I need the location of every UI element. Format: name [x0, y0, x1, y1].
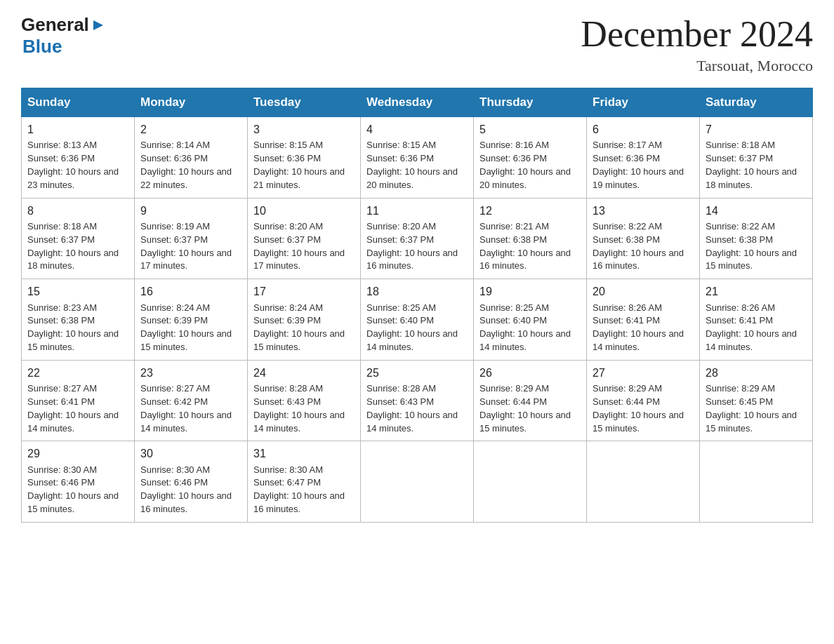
day-info: Sunrise: 8:22 AMSunset: 6:38 PMDaylight:… [706, 221, 797, 271]
day-number: 3 [253, 121, 355, 137]
day-info: Sunrise: 8:25 AMSunset: 6:40 PMDaylight:… [479, 302, 571, 353]
day-info: Sunrise: 8:17 AMSunset: 6:36 PMDaylight:… [593, 140, 684, 190]
calendar-cell: 26 Sunrise: 8:29 AMSunset: 6:44 PMDaylig… [474, 360, 587, 441]
day-number: 25 [366, 365, 468, 381]
calendar-cell: 16 Sunrise: 8:24 AMSunset: 6:39 PMDaylig… [135, 279, 248, 361]
calendar-week-row: 22 Sunrise: 8:27 AMSunset: 6:41 PMDaylig… [22, 360, 813, 441]
calendar-title: December 2024 [581, 14, 813, 54]
day-number: 6 [593, 121, 694, 137]
day-info: Sunrise: 8:15 AMSunset: 6:36 PMDaylight:… [253, 140, 345, 190]
day-info: Sunrise: 8:26 AMSunset: 6:41 PMDaylight:… [706, 302, 797, 353]
calendar-table: SundayMondayTuesdayWednesdayThursdayFrid… [21, 88, 813, 523]
day-number: 23 [140, 365, 241, 381]
page-header: General Blue December 2024 Tarsouat, Mor… [21, 14, 813, 75]
calendar-cell: 11 Sunrise: 8:20 AMSunset: 6:37 PMDaylig… [361, 198, 474, 279]
calendar-cell: 14 Sunrise: 8:22 AMSunset: 6:38 PMDaylig… [700, 198, 813, 279]
day-info: Sunrise: 8:20 AMSunset: 6:37 PMDaylight:… [253, 221, 345, 271]
calendar-cell: 1 Sunrise: 8:13 AMSunset: 6:36 PMDayligh… [22, 117, 135, 199]
calendar-cell: 4 Sunrise: 8:15 AMSunset: 6:36 PMDayligh… [361, 117, 474, 199]
calendar-cell: 27 Sunrise: 8:29 AMSunset: 6:44 PMDaylig… [587, 360, 700, 441]
calendar-week-row: 1 Sunrise: 8:13 AMSunset: 6:36 PMDayligh… [22, 117, 813, 199]
day-number: 7 [706, 121, 807, 137]
calendar-cell: 3 Sunrise: 8:15 AMSunset: 6:36 PMDayligh… [248, 117, 361, 199]
day-number: 22 [27, 365, 128, 381]
day-number: 9 [140, 203, 241, 219]
day-number: 15 [27, 283, 128, 300]
calendar-cell [587, 441, 700, 523]
day-number: 28 [706, 365, 807, 381]
day-info: Sunrise: 8:25 AMSunset: 6:40 PMDaylight:… [366, 302, 458, 353]
day-info: Sunrise: 8:21 AMSunset: 6:38 PMDaylight:… [479, 221, 571, 271]
weekday-header-friday: Friday [587, 88, 700, 117]
calendar-cell: 17 Sunrise: 8:24 AMSunset: 6:39 PMDaylig… [248, 279, 361, 361]
calendar-cell: 9 Sunrise: 8:19 AMSunset: 6:37 PMDayligh… [135, 198, 248, 279]
day-info: Sunrise: 8:30 AMSunset: 6:46 PMDaylight:… [27, 464, 119, 515]
title-block: December 2024 Tarsouat, Morocco [581, 14, 813, 75]
weekday-header-tuesday: Tuesday [248, 88, 361, 117]
calendar-header-row: SundayMondayTuesdayWednesdayThursdayFrid… [22, 88, 813, 117]
day-number: 12 [479, 203, 581, 219]
logo-arrow-icon [91, 18, 106, 33]
day-info: Sunrise: 8:28 AMSunset: 6:43 PMDaylight:… [253, 383, 345, 434]
day-number: 31 [253, 445, 355, 462]
day-info: Sunrise: 8:22 AMSunset: 6:38 PMDaylight:… [593, 221, 684, 271]
calendar-cell: 25 Sunrise: 8:28 AMSunset: 6:43 PMDaylig… [361, 360, 474, 441]
calendar-week-row: 8 Sunrise: 8:18 AMSunset: 6:37 PMDayligh… [22, 198, 813, 279]
weekday-header-thursday: Thursday [474, 88, 587, 117]
calendar-week-row: 15 Sunrise: 8:23 AMSunset: 6:38 PMDaylig… [22, 279, 813, 361]
day-info: Sunrise: 8:18 AMSunset: 6:37 PMDaylight:… [706, 140, 797, 190]
calendar-week-row: 29 Sunrise: 8:30 AMSunset: 6:46 PMDaylig… [22, 441, 813, 523]
calendar-cell [361, 441, 474, 523]
weekday-header-wednesday: Wednesday [361, 88, 474, 117]
calendar-cell: 29 Sunrise: 8:30 AMSunset: 6:46 PMDaylig… [22, 441, 135, 523]
logo-general-text: General [21, 14, 89, 36]
calendar-cell: 6 Sunrise: 8:17 AMSunset: 6:36 PMDayligh… [587, 117, 700, 199]
day-number: 14 [706, 203, 807, 219]
day-info: Sunrise: 8:18 AMSunset: 6:37 PMDaylight:… [27, 221, 119, 271]
calendar-cell: 30 Sunrise: 8:30 AMSunset: 6:46 PMDaylig… [135, 441, 248, 523]
calendar-cell: 5 Sunrise: 8:16 AMSunset: 6:36 PMDayligh… [474, 117, 587, 199]
calendar-cell: 21 Sunrise: 8:26 AMSunset: 6:41 PMDaylig… [700, 279, 813, 361]
day-number: 2 [140, 121, 241, 137]
day-number: 8 [27, 203, 128, 219]
day-number: 18 [366, 283, 468, 300]
day-number: 19 [479, 283, 581, 300]
calendar-cell: 19 Sunrise: 8:25 AMSunset: 6:40 PMDaylig… [474, 279, 587, 361]
calendar-cell: 10 Sunrise: 8:20 AMSunset: 6:37 PMDaylig… [248, 198, 361, 279]
logo: General Blue [21, 14, 106, 58]
day-info: Sunrise: 8:15 AMSunset: 6:36 PMDaylight:… [366, 140, 458, 190]
calendar-cell [700, 441, 813, 523]
calendar-cell: 8 Sunrise: 8:18 AMSunset: 6:37 PMDayligh… [22, 198, 135, 279]
day-info: Sunrise: 8:24 AMSunset: 6:39 PMDaylight:… [140, 302, 232, 353]
day-info: Sunrise: 8:28 AMSunset: 6:43 PMDaylight:… [366, 383, 458, 434]
day-info: Sunrise: 8:20 AMSunset: 6:37 PMDaylight:… [366, 221, 458, 271]
day-number: 29 [27, 445, 128, 462]
day-info: Sunrise: 8:26 AMSunset: 6:41 PMDaylight:… [593, 302, 684, 353]
calendar-cell: 31 Sunrise: 8:30 AMSunset: 6:47 PMDaylig… [248, 441, 361, 523]
day-number: 27 [593, 365, 694, 381]
day-number: 1 [27, 121, 128, 137]
day-number: 5 [479, 121, 581, 137]
day-info: Sunrise: 8:27 AMSunset: 6:41 PMDaylight:… [27, 383, 119, 434]
day-number: 13 [593, 203, 694, 219]
weekday-header-sunday: Sunday [22, 88, 135, 117]
calendar-cell: 28 Sunrise: 8:29 AMSunset: 6:45 PMDaylig… [700, 360, 813, 441]
day-info: Sunrise: 8:13 AMSunset: 6:36 PMDaylight:… [27, 140, 119, 190]
day-info: Sunrise: 8:29 AMSunset: 6:44 PMDaylight:… [593, 383, 684, 434]
day-number: 20 [593, 283, 694, 300]
day-info: Sunrise: 8:24 AMSunset: 6:39 PMDaylight:… [253, 302, 345, 353]
calendar-cell: 22 Sunrise: 8:27 AMSunset: 6:41 PMDaylig… [22, 360, 135, 441]
weekday-header-monday: Monday [135, 88, 248, 117]
day-info: Sunrise: 8:29 AMSunset: 6:45 PMDaylight:… [706, 383, 797, 434]
calendar-cell: 13 Sunrise: 8:22 AMSunset: 6:38 PMDaylig… [587, 198, 700, 279]
day-number: 4 [366, 121, 468, 137]
calendar-cell: 20 Sunrise: 8:26 AMSunset: 6:41 PMDaylig… [587, 279, 700, 361]
calendar-cell: 7 Sunrise: 8:18 AMSunset: 6:37 PMDayligh… [700, 117, 813, 199]
day-info: Sunrise: 8:30 AMSunset: 6:47 PMDaylight:… [253, 464, 345, 515]
calendar-cell: 18 Sunrise: 8:25 AMSunset: 6:40 PMDaylig… [361, 279, 474, 361]
day-info: Sunrise: 8:27 AMSunset: 6:42 PMDaylight:… [140, 383, 232, 434]
calendar-cell: 23 Sunrise: 8:27 AMSunset: 6:42 PMDaylig… [135, 360, 248, 441]
calendar-subtitle: Tarsouat, Morocco [581, 57, 813, 75]
day-number: 16 [140, 283, 241, 300]
day-info: Sunrise: 8:29 AMSunset: 6:44 PMDaylight:… [479, 383, 571, 434]
